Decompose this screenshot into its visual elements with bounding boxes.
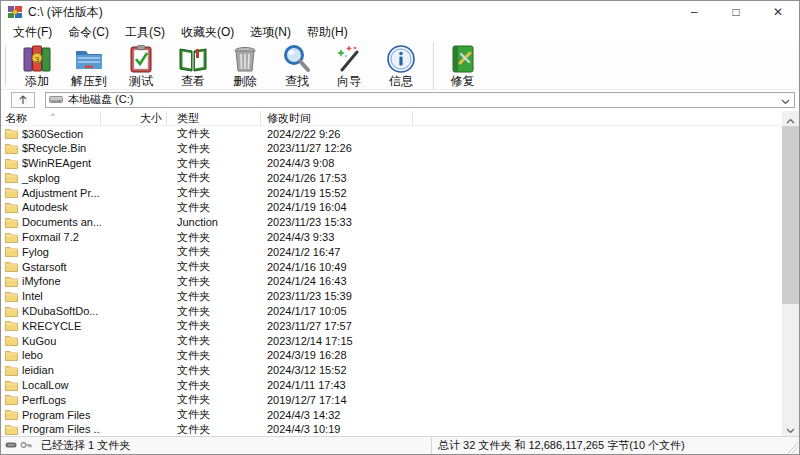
menu-item[interactable]: 文件(F) <box>5 22 60 43</box>
file-type: 文件夹 <box>167 392 261 407</box>
file-row[interactable]: leidian 文件夹 2024/3/12 15:52 <box>1 363 782 378</box>
toolbar-button[interactable]: 信息 <box>375 42 427 89</box>
file-rows: $360Section 文件夹 2024/2/22 9:26 $Recycle.… <box>1 126 782 436</box>
file-name: $Recycle.Bin <box>22 142 86 154</box>
toolbar-button[interactable]: 向导 <box>323 42 375 89</box>
file-row[interactable]: $360Section 文件夹 2024/2/22 9:26 <box>1 126 782 141</box>
file-row[interactable]: Documents an... Junction 2023/11/23 15:3… <box>1 215 782 230</box>
disk-icon[interactable] <box>5 440 20 452</box>
file-type: 文件夹 <box>167 200 261 215</box>
file-name: leidian <box>22 364 54 376</box>
file-name: _skplog <box>22 172 60 184</box>
file-row[interactable]: $WinREAgent 文件夹 2024/4/3 9:08 <box>1 156 782 171</box>
folder-icon <box>5 143 22 154</box>
sort-ascending-indicator: ^ <box>51 111 55 120</box>
file-modified: 2023/11/23 15:39 <box>261 290 413 302</box>
menu-item[interactable]: 收藏夹(O) <box>173 22 242 43</box>
file-row[interactable]: KRECYCLE 文件夹 2023/11/27 17:57 <box>1 318 782 333</box>
file-type: 文件夹 <box>167 274 261 289</box>
minimize-button[interactable]: – <box>673 1 715 23</box>
vertical-scrollbar[interactable] <box>782 111 799 436</box>
toolbar-button-label: 添加 <box>25 75 49 88</box>
winrar-app-icon <box>7 4 23 20</box>
toolbar-button[interactable]: 解压到 <box>63 42 115 89</box>
toolbar-button[interactable]: 测试 <box>115 42 167 89</box>
folder-icon <box>5 172 22 183</box>
file-row[interactable]: Adjustment Pr... 文件夹 2024/1/19 15:52 <box>1 185 782 200</box>
menu-item[interactable]: 工具(S) <box>117 22 173 43</box>
column-header-type[interactable]: 类型 <box>167 111 261 126</box>
file-row[interactable]: LocalLow 文件夹 2024/1/11 17:43 <box>1 378 782 393</box>
key-icon[interactable] <box>20 440 35 452</box>
file-type: 文件夹 <box>167 141 261 156</box>
selection-status: 已经选择 1 文件夹 <box>41 438 130 453</box>
file-modified: 2024/1/16 10:49 <box>261 261 413 273</box>
info-icon <box>385 43 417 75</box>
scrollbar-thumb[interactable] <box>782 126 799 304</box>
folder-icon <box>5 202 22 213</box>
maximize-button[interactable]: □ <box>715 1 757 23</box>
column-header-size[interactable]: 大小 <box>101 111 167 126</box>
chevron-down-icon[interactable] <box>781 91 790 109</box>
file-row[interactable]: Gstarsoft 文件夹 2024/1/16 10:49 <box>1 259 782 274</box>
toolbar: 3 添加 解压到 测试 查看 <box>1 42 799 90</box>
toolbar-button-label: 查看 <box>181 75 205 88</box>
file-name: KuGou <box>22 335 56 347</box>
file-name: Adjustment Pr... <box>22 187 100 199</box>
folder-icon <box>5 394 22 405</box>
file-type: 文件夹 <box>167 289 261 304</box>
file-row[interactable]: lebo 文件夹 2024/3/19 16:28 <box>1 348 782 363</box>
toolbar-button[interactable]: 3 添加 <box>11 42 63 89</box>
menu-item[interactable]: 帮助(H) <box>299 22 356 43</box>
file-name: Gstarsoft <box>22 261 67 273</box>
file-modified: 2024/4/3 14:32 <box>261 409 413 421</box>
chevron-down-icon <box>786 420 795 438</box>
resize-grip[interactable] <box>788 443 798 453</box>
file-type: 文件夹 <box>167 156 261 171</box>
file-type: 文件夹 <box>167 126 261 141</box>
address-combobox[interactable]: 本地磁盘 (C:) <box>45 92 795 108</box>
scroll-down-button[interactable] <box>782 421 799 436</box>
file-row[interactable]: KuGou 文件夹 2023/12/14 17:15 <box>1 333 782 348</box>
file-row[interactable]: PerfLogs 文件夹 2019/12/7 17:14 <box>1 392 782 407</box>
file-row[interactable]: _skplog 文件夹 2024/1/26 17:53 <box>1 170 782 185</box>
drive-icon <box>49 94 63 105</box>
file-modified: 2019/12/7 17:14 <box>261 394 413 406</box>
up-directory-button[interactable] <box>11 92 35 108</box>
folder-icon <box>5 350 22 361</box>
file-row[interactable]: $Recycle.Bin 文件夹 2023/11/27 12:26 <box>1 141 782 156</box>
toolbar-button-label: 解压到 <box>71 75 107 88</box>
file-row[interactable]: iMyfone 文件夹 2024/1/24 16:43 <box>1 274 782 289</box>
file-name: $360Section <box>22 128 83 140</box>
toolbar-button[interactable]: 查找 <box>271 42 323 89</box>
address-bar: 本地磁盘 (C:) <box>1 90 799 109</box>
file-row[interactable]: Intel 文件夹 2023/11/23 15:39 <box>1 289 782 304</box>
wizard-wand-icon <box>333 43 365 75</box>
file-modified: 2023/11/27 17:57 <box>261 320 413 332</box>
menu-item[interactable]: 选项(N) <box>242 22 299 43</box>
file-name: lebo <box>22 349 43 361</box>
file-name: KDubaSoftDo... <box>22 305 98 317</box>
file-type: 文件夹 <box>167 244 261 259</box>
column-header-modified[interactable]: 修改时间 <box>261 111 413 126</box>
file-row[interactable]: Foxmail 7.2 文件夹 2024/4/3 9:33 <box>1 230 782 245</box>
folder-icon <box>5 380 22 391</box>
file-row[interactable]: Program Files ... 文件夹 2024/4/3 10:19 <box>1 422 782 436</box>
menu-item[interactable]: 命令(C) <box>60 22 117 43</box>
file-modified: 2024/1/19 15:52 <box>261 187 413 199</box>
close-button[interactable]: ✕ <box>757 1 799 23</box>
folder-icon <box>5 320 22 331</box>
file-row[interactable]: Fylog 文件夹 2024/1/2 16:47 <box>1 244 782 259</box>
folder-icon <box>5 261 22 272</box>
file-row[interactable]: Autodesk 文件夹 2024/1/19 16:04 <box>1 200 782 215</box>
toolbar-button[interactable]: 查看 <box>167 42 219 89</box>
column-header-name[interactable]: 名称 ^ <box>1 111 101 126</box>
toolbar-button[interactable]: 修复 <box>433 42 485 89</box>
file-row[interactable]: Program Files 文件夹 2024/4/3 14:32 <box>1 407 782 422</box>
scroll-up-button[interactable] <box>782 111 799 126</box>
file-row[interactable]: KDubaSoftDo... 文件夹 2024/1/17 10:05 <box>1 304 782 319</box>
toolbar-button[interactable]: 删除 <box>219 42 271 89</box>
scrollbar-track[interactable] <box>782 126 799 421</box>
file-name: iMyfone <box>22 275 61 287</box>
file-type: 文件夹 <box>167 422 261 436</box>
